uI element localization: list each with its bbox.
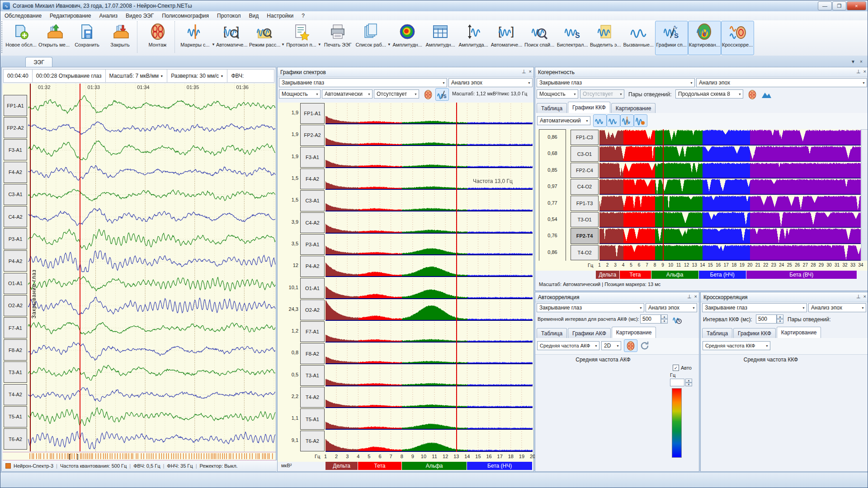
toolbar-button-2[interactable]: Открыть ме... — [38, 21, 71, 55]
coherence-row-pair[interactable]: C3-O1 — [571, 146, 599, 161]
head-icon[interactable] — [745, 88, 759, 101]
spectrum-row-channel[interactable]: T3-A1 — [300, 365, 325, 386]
coherence-row-chart[interactable] — [599, 129, 861, 145]
toolbar-button-17[interactable]: SБиспектрал... — [556, 21, 589, 55]
eeg-cursor-line[interactable] — [80, 84, 80, 451]
spectrum-row-channel[interactable]: F7-A1 — [300, 321, 325, 342]
spectrum-row-channel[interactable]: FP2-A2 — [300, 125, 325, 145]
acf-interval-input[interactable]: 500 — [640, 314, 661, 324]
spectrum-row-chart[interactable] — [326, 124, 533, 146]
coherence-row-chart[interactable] — [599, 178, 861, 195]
toolbar-button-5[interactable]: Монтаж — [141, 21, 174, 55]
eeg-channel-label[interactable]: T5-A1 — [4, 406, 27, 427]
refresh-icon[interactable] — [638, 339, 652, 352]
spectrum-row-chart[interactable] — [326, 430, 533, 452]
maximize-button[interactable]: ❐ — [832, 1, 846, 10]
autocorr-tab-1[interactable]: Таблица — [537, 328, 567, 338]
ccf-interval-input[interactable]: 500 — [756, 314, 777, 324]
crosscorr-mode-combo[interactable]: Анализ эпох▼ — [808, 303, 866, 312]
spectrum-row-chart[interactable] — [326, 365, 533, 386]
spectra-marker-line[interactable] — [456, 103, 457, 452]
checkbox-icon[interactable]: ✓ — [673, 365, 679, 371]
close-icon[interactable]: × — [694, 294, 697, 300]
head-icon[interactable] — [624, 339, 637, 352]
coherence-marker-line[interactable] — [663, 129, 664, 261]
coherence-tab-3[interactable]: Картирование — [611, 103, 656, 113]
crosscorr-tab-3[interactable]: Картирование — [777, 327, 821, 338]
toolbar-button-21[interactable]: Картирован... — [688, 21, 721, 55]
close-button[interactable]: × — [847, 1, 866, 10]
eeg-channel-label[interactable]: C3-A1 — [4, 184, 27, 205]
toolbar-button-19[interactable]: Вызванные... — [622, 21, 655, 55]
eeg-channel-label[interactable]: T6-A2 — [4, 428, 27, 450]
eeg-channel-label[interactable]: O1-A1 — [4, 273, 27, 294]
coherence-row-chart[interactable] — [599, 211, 861, 228]
spectrum-row-chart[interactable] — [326, 255, 533, 277]
toolbar-button-14[interactable]: Амплитуда... — [457, 21, 490, 55]
eeg-channel-label[interactable]: P3-A1 — [4, 228, 27, 249]
coherence-row-pair[interactable]: FP2-T4 — [571, 228, 599, 244]
wave-style-3-icon[interactable] — [620, 114, 634, 127]
coherence-mode-combo[interactable]: Анализ эпох▼ — [696, 78, 867, 87]
toolbar-button-10[interactable]: Печать ЭЭГ — [321, 21, 354, 55]
coherence-row-chart[interactable] — [599, 162, 861, 178]
acf-measure-combo[interactable]: Средняя частота АКФ▼ — [537, 341, 599, 350]
mountain-icon[interactable] — [760, 88, 773, 101]
tab-close-button[interactable]: × — [858, 58, 865, 65]
spectra-measure-combo[interactable]: Мощность▼ — [279, 89, 321, 99]
pin-icon[interactable]: ⊥ — [522, 69, 526, 75]
acf-colorbar-max-stepper[interactable]: ▲▼ — [685, 379, 692, 386]
spectrum-row-channel[interactable]: F8-A2 — [300, 343, 325, 364]
coherence-row-pair[interactable]: C4-O2 — [571, 179, 599, 194]
eeg-channel-label[interactable]: F8-A2 — [4, 339, 27, 361]
acf-colorbar-max-input[interactable] — [670, 379, 684, 386]
eeg-trace-area[interactable]: FP1-A1FP2-A2F3-A1F4-A2C3-A1C4-A2P3-A1P4-… — [3, 84, 276, 451]
spectra-smoothing-combo[interactable]: Отсутствует▼ — [374, 89, 419, 99]
ccf-interval-stepper[interactable]: ▲▼ — [777, 314, 783, 324]
coherence-smoothing-combo[interactable]: Отсутствует▼ — [580, 89, 624, 99]
spectrum-row-channel[interactable]: T4-A2 — [300, 387, 325, 408]
toolbar-button-18[interactable]: Выделить э... — [589, 21, 622, 55]
toolbar-button-4[interactable]: Закрыть — [104, 21, 137, 55]
menu-item-3[interactable]: Анализ — [95, 13, 122, 19]
coherence-row-chart[interactable] — [599, 195, 861, 211]
spectra-mode-combo[interactable]: Анализ эпох▼ — [448, 78, 533, 87]
dropdown-arrow-icon[interactable]: ▼ — [281, 42, 285, 47]
wave-style-1-icon[interactable] — [593, 114, 607, 127]
coherence-row-chart[interactable] — [599, 244, 861, 261]
wave-spectrum-icon[interactable]: S — [435, 88, 449, 101]
toolbar-button-9[interactable]: Протокол п... — [285, 21, 318, 55]
spectrum-row-channel[interactable]: C3-A1 — [300, 190, 325, 211]
spectrum-row-chart[interactable] — [326, 408, 533, 430]
spectra-charts[interactable]: 1,9FP1-A11,9FP2-A21,9F3-A11,5F4-A21,5C3-… — [278, 103, 533, 452]
toolbar-button-16[interactable]: Поиск спай... — [523, 21, 556, 55]
eeg-channel-label[interactable]: FP1-A1 — [4, 95, 27, 116]
acf-colorbar-auto-checkbox[interactable]: ✓Авто — [673, 365, 692, 371]
spectrum-row-chart[interactable] — [326, 103, 533, 124]
close-icon[interactable]: × — [863, 69, 866, 75]
eeg-channel-label[interactable]: F3-A1 — [4, 139, 27, 160]
coherence-row-pair[interactable]: T4-O2 — [571, 245, 599, 260]
autocorr-tab-3[interactable]: Картирование — [612, 327, 656, 338]
spectrum-row-channel[interactable]: T6-A2 — [300, 431, 325, 451]
tab-eeg[interactable]: ЭЭГ — [25, 57, 52, 67]
eeg-scale-combo[interactable]: Масштаб: 7 мкВ/мм ▼ — [106, 70, 168, 82]
toolbar-button-8[interactable]: Режим расс... — [248, 21, 281, 55]
coherence-row-chart[interactable] — [599, 145, 861, 162]
wave-style-4-icon[interactable] — [634, 114, 647, 127]
eeg-channel-label[interactable]: FP2-A2 — [4, 117, 27, 138]
spectrum-row-channel[interactable]: O1-A1 — [300, 278, 325, 299]
crosscorr-probe-combo[interactable]: Закрывание глаз▼ — [702, 303, 807, 312]
wave-clock-icon[interactable] — [670, 313, 684, 326]
coherence-row-pair[interactable]: FP2-C4 — [571, 163, 599, 178]
acf-interval-stepper[interactable]: ▲▼ — [661, 314, 668, 324]
coherence-probe-combo[interactable]: Закрывание глаз▼ — [537, 78, 695, 87]
toolbar-button-6[interactable]: Маркеры с... — [179, 21, 212, 55]
spectrum-row-chart[interactable] — [326, 343, 533, 364]
menu-item-8[interactable]: Настройки — [263, 13, 297, 19]
crosscorr-tab-2[interactable]: Графики ККФ — [733, 328, 776, 338]
eeg-hpf-combo[interactable]: ФВЧ: — [227, 70, 274, 82]
coherence-row-pair[interactable]: FP1-C3 — [571, 130, 599, 145]
spectrum-row-chart[interactable] — [326, 277, 533, 299]
autocorr-mode-combo[interactable]: Анализ эпох▼ — [646, 303, 697, 312]
